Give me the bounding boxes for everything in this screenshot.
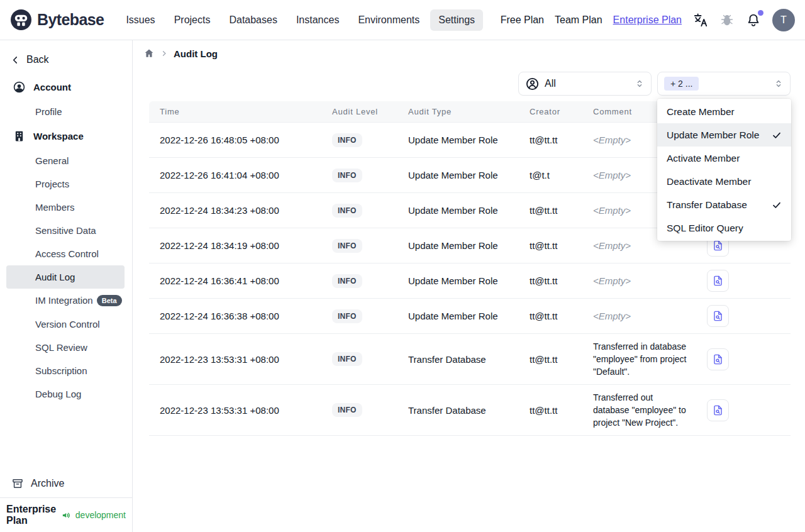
sidebar-item-subscription[interactable]: Subscription bbox=[0, 359, 132, 382]
sidebar-item-projects[interactable]: Projects bbox=[0, 172, 132, 196]
nav-projects[interactable]: Projects bbox=[166, 9, 219, 31]
creator-filter-value: All bbox=[545, 78, 630, 89]
cell-actions bbox=[696, 334, 791, 385]
nav-settings[interactable]: Settings bbox=[430, 9, 483, 31]
check-icon bbox=[772, 200, 782, 210]
table-row: 2022-12-24 16:36:41 +08:00 INFO Update M… bbox=[149, 263, 791, 299]
free-plan-link[interactable]: Free Plan bbox=[501, 14, 544, 26]
cell-type: Update Member Role bbox=[397, 158, 519, 193]
updown-chevrons-icon bbox=[774, 79, 784, 89]
user-avatar[interactable]: T bbox=[772, 9, 795, 31]
sidebar-item-im-integration[interactable]: IM IntegrationBeta bbox=[0, 289, 132, 313]
audit-type-filter-select[interactable]: + 2 ... bbox=[657, 72, 791, 96]
translate-icon[interactable] bbox=[692, 12, 709, 28]
sidebar-item-sensitive-data[interactable]: Sensitive Data bbox=[0, 219, 132, 242]
sidebar-bottom: Archive Enterprise Plan development bbox=[0, 470, 132, 532]
cell-creator: tt@tt.tt bbox=[519, 228, 582, 263]
bytebase-logo[interactable]: Bytebase bbox=[10, 9, 104, 31]
cell-actions bbox=[696, 385, 791, 436]
cell-level: INFO bbox=[321, 299, 397, 334]
view-detail-button[interactable] bbox=[707, 305, 729, 327]
breadcrumb-chevron-icon bbox=[160, 50, 168, 57]
column-header-audit-type: Audit Type bbox=[397, 101, 519, 123]
sidebar-item-version-control[interactable]: Version Control bbox=[0, 313, 132, 336]
cell-time: 2022-12-24 16:36:41 +08:00 bbox=[149, 263, 321, 299]
view-detail-button[interactable] bbox=[707, 399, 729, 421]
top-navbar: Bytebase Issues Projects Databases Insta… bbox=[0, 0, 805, 40]
document-search-icon bbox=[712, 240, 724, 252]
sidebar-item-members[interactable]: Members bbox=[0, 196, 132, 219]
main-nav: Issues Projects Databases Instances Envi… bbox=[118, 9, 483, 31]
menu-item-activate-member[interactable]: Activate Member bbox=[657, 147, 791, 170]
cell-type: Update Member Role bbox=[397, 228, 519, 263]
notification-badge bbox=[758, 10, 763, 16]
nav-databases[interactable]: Databases bbox=[221, 9, 286, 31]
view-detail-button[interactable] bbox=[707, 270, 729, 292]
notification-bell-icon[interactable] bbox=[745, 12, 762, 28]
cell-creator: tt@tt.tt bbox=[519, 299, 582, 334]
archive-button[interactable]: Archive bbox=[0, 470, 132, 497]
cell-type: Update Member Role bbox=[397, 123, 519, 158]
bytebase-logo-icon bbox=[10, 9, 32, 31]
menu-item-create-member[interactable]: Create Member bbox=[657, 100, 791, 123]
document-search-icon bbox=[712, 275, 724, 287]
person-circle-icon bbox=[525, 77, 540, 91]
column-header-time: Time bbox=[149, 101, 321, 123]
nav-instances[interactable]: Instances bbox=[288, 9, 347, 31]
cell-creator: tt@tt.tt bbox=[519, 385, 582, 436]
menu-item-deactivate-member[interactable]: Deactivate Member bbox=[657, 170, 791, 193]
bytebase-wordmark: Bytebase bbox=[37, 11, 104, 29]
info-level-badge: INFO bbox=[332, 352, 362, 366]
cell-comment: <Empty> bbox=[582, 299, 696, 334]
home-icon[interactable] bbox=[143, 48, 155, 59]
user-circle-icon bbox=[13, 80, 26, 94]
cell-level: INFO bbox=[321, 158, 397, 193]
chevron-left-icon bbox=[10, 55, 21, 65]
nav-issues[interactable]: Issues bbox=[118, 9, 163, 31]
cell-creator: tt@tt.tt bbox=[519, 263, 582, 299]
plan-footer: Enterprise Plan development bbox=[0, 497, 132, 532]
sidebar-item-profile[interactable]: Profile bbox=[0, 100, 132, 123]
archive-icon bbox=[11, 477, 24, 490]
document-search-icon bbox=[712, 353, 724, 365]
team-plan-link[interactable]: Team Plan bbox=[555, 14, 602, 26]
view-detail-button[interactable] bbox=[707, 348, 729, 370]
info-level-badge: INFO bbox=[332, 133, 362, 147]
bug-report-icon[interactable] bbox=[719, 13, 735, 28]
cell-level: INFO bbox=[321, 263, 397, 299]
table-row: 2022-12-23 13:53:31 +08:00 INFO Transfer… bbox=[149, 334, 791, 385]
sidebar-item-access-control[interactable]: Access Control bbox=[0, 242, 132, 265]
cell-creator: tt@tt.tt bbox=[519, 334, 582, 385]
page: Bytebase Issues Projects Databases Insta… bbox=[0, 0, 805, 532]
menu-item-transfer-database[interactable]: Transfer Database bbox=[657, 193, 791, 216]
back-button[interactable]: Back bbox=[0, 49, 132, 74]
current-plan-label: Enterprise Plan bbox=[6, 504, 57, 526]
check-icon bbox=[772, 130, 782, 140]
cell-type: Transfer Database bbox=[397, 334, 519, 385]
menu-item-sql-editor-query[interactable]: SQL Editor Query bbox=[657, 216, 791, 240]
cell-time: 2022-12-26 16:41:04 +08:00 bbox=[149, 158, 321, 193]
cell-level: INFO bbox=[321, 193, 397, 228]
speaker-icon bbox=[61, 510, 72, 521]
sidebar-item-sql-review[interactable]: SQL Review bbox=[0, 336, 132, 359]
cell-time: 2022-12-24 18:34:19 +08:00 bbox=[149, 228, 321, 263]
sidebar-item-general[interactable]: General bbox=[0, 149, 132, 172]
cell-time: 2022-12-23 13:53:31 +08:00 bbox=[149, 334, 321, 385]
info-level-badge: INFO bbox=[332, 274, 362, 288]
creator-filter-select[interactable]: All bbox=[518, 72, 652, 96]
cell-comment: Transferred out database "employee" to p… bbox=[582, 385, 696, 436]
nav-environments[interactable]: Environments bbox=[350, 9, 428, 31]
cell-type: Update Member Role bbox=[397, 299, 519, 334]
settings-sidebar: Back Account Profile bbox=[0, 40, 133, 532]
sidebar-item-debug-log[interactable]: Debug Log bbox=[0, 382, 132, 406]
cell-creator: tt@tt.tt bbox=[519, 123, 582, 158]
cell-time: 2022-12-24 18:34:23 +08:00 bbox=[149, 193, 321, 228]
page-title: Audit Log bbox=[174, 48, 218, 59]
menu-item-update-member-role[interactable]: Update Member Role bbox=[657, 123, 791, 147]
enterprise-plan-link[interactable]: Enterprise Plan bbox=[613, 14, 682, 26]
info-level-badge: INFO bbox=[332, 169, 362, 182]
sidebar-section-account: Account bbox=[0, 74, 132, 100]
sidebar-item-audit-log[interactable]: Audit Log bbox=[6, 265, 125, 289]
cell-type: Transfer Database bbox=[397, 385, 519, 436]
environment-label: development bbox=[75, 510, 126, 520]
